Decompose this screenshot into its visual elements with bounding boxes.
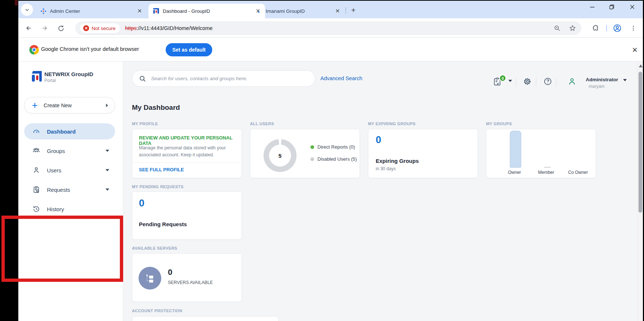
profile-icon bbox=[613, 24, 622, 33]
zoom-icon[interactable] bbox=[553, 25, 561, 32]
tab-close-icon[interactable]: ✕ bbox=[136, 8, 143, 14]
caret-right-icon bbox=[106, 104, 108, 107]
default-browser-infobar: Google Chrome isn't your default browser… bbox=[18, 38, 643, 61]
bar-category-member: Member bbox=[538, 170, 554, 175]
reload-button[interactable] bbox=[55, 22, 67, 34]
expiring-groups-subtitle: in 30 days bbox=[376, 166, 396, 171]
set-as-default-button[interactable]: Set as default bbox=[166, 43, 212, 56]
forward-button[interactable] bbox=[39, 22, 51, 34]
expiring-groups-title: Expiring Groups bbox=[376, 158, 419, 164]
sidebar-item-label: Requests bbox=[47, 187, 70, 193]
owner-bar bbox=[510, 131, 521, 168]
legend-direct-reports: Direct Reports (0) bbox=[310, 144, 355, 150]
annotation-red-rectangle bbox=[1, 216, 123, 282]
back-icon bbox=[25, 25, 32, 32]
pending-requests-count: 0 bbox=[139, 198, 144, 209]
legend-label: Direct Reports (0) bbox=[317, 144, 355, 150]
new-tab-button[interactable]: + bbox=[349, 6, 358, 15]
toolbar-divider bbox=[606, 25, 607, 31]
browser-toolbar: ✕ Not secure https://v11:4443/GID/Home/W… bbox=[18, 18, 643, 38]
window-maximize-button[interactable] bbox=[603, 1, 620, 13]
tab-search-button[interactable] bbox=[21, 4, 33, 16]
puzzle-icon bbox=[592, 25, 600, 32]
menu-button[interactable] bbox=[628, 22, 639, 34]
donut-total: 5 bbox=[279, 153, 281, 159]
forward-icon bbox=[41, 25, 48, 32]
brand-name: NETWRIX GroupID bbox=[44, 71, 93, 77]
minimize-icon bbox=[590, 4, 595, 10]
user-caret-icon[interactable] bbox=[623, 79, 627, 81]
notifications-caret-icon[interactable] bbox=[508, 80, 512, 82]
all-users-donut-chart: 5 bbox=[264, 139, 297, 172]
brand-subtitle: Portal bbox=[44, 78, 56, 83]
user-name: maryam bbox=[589, 84, 604, 89]
tab-title: Admin Center bbox=[50, 8, 80, 14]
tab-admin-center[interactable]: Admin Center ✕ bbox=[36, 4, 147, 18]
url-scheme: https bbox=[125, 25, 136, 31]
tab-divider bbox=[346, 7, 346, 14]
sidebar-item-history[interactable]: History bbox=[24, 201, 115, 217]
server-tree-icon bbox=[144, 273, 155, 284]
history-icon bbox=[32, 205, 40, 213]
my-profile-card: REVIEW AND UPDATE YOUR PERSONAL DATA Man… bbox=[132, 129, 242, 178]
window-minimize-button[interactable] bbox=[584, 1, 601, 13]
sidebar-item-requests[interactable]: Requests bbox=[24, 182, 115, 198]
member-zero-bar bbox=[544, 167, 551, 168]
notifications-badge: 0 bbox=[499, 75, 506, 82]
profile-button[interactable] bbox=[611, 22, 623, 34]
search-input[interactable] bbox=[151, 76, 308, 81]
section-label-available-servers: AVAILABLE SERVERS bbox=[132, 246, 177, 250]
back-button[interactable] bbox=[23, 22, 34, 34]
user-role[interactable]: Administrator bbox=[586, 77, 618, 82]
header-divider bbox=[536, 78, 536, 86]
search-icon bbox=[139, 75, 146, 82]
sidebar-item-dashboard[interactable]: Dashboard bbox=[24, 123, 115, 139]
dashboard-gauge-icon bbox=[32, 127, 40, 135]
imanami-favicon-icon bbox=[257, 8, 262, 14]
settings-button[interactable] bbox=[523, 77, 532, 87]
section-label-all-users: ALL USERS bbox=[250, 122, 274, 126]
sidebar-item-label: History bbox=[47, 206, 64, 212]
all-users-card: 5 Direct Reports (0) Disabled Users (5) bbox=[250, 129, 360, 178]
advanced-search-link[interactable]: Advanced Search bbox=[320, 75, 362, 81]
help-button[interactable] bbox=[543, 77, 552, 87]
see-full-profile-link[interactable]: SEE FULL PROFILE bbox=[139, 167, 184, 172]
reload-icon bbox=[58, 25, 65, 32]
legend-dot-green bbox=[310, 145, 314, 149]
sidebar-item-groups[interactable]: Groups bbox=[24, 143, 115, 159]
extensions-button[interactable] bbox=[590, 22, 602, 34]
scrollbar-up-arrow[interactable] bbox=[639, 64, 643, 67]
tab-imanami-groupid[interactable]: Imanami GroupID ✕ bbox=[253, 4, 345, 18]
not-secure-label: Not secure bbox=[92, 26, 115, 31]
user-menu-button[interactable] bbox=[567, 77, 577, 87]
url-text[interactable]: https://v11:4443/GID/Home/Welcome bbox=[125, 25, 213, 31]
window-close-button[interactable] bbox=[624, 1, 641, 13]
scrollbar-thumb[interactable] bbox=[639, 72, 642, 213]
not-secure-chip[interactable]: ✕ Not secure bbox=[80, 23, 120, 33]
header-divider bbox=[516, 78, 516, 86]
screen: Admin Center ✕ Dashboard - GroupID ✕ Ima… bbox=[0, 0, 644, 321]
profile-card-body: Manage the personal data stored with you… bbox=[139, 145, 231, 159]
caret-down-icon bbox=[106, 150, 109, 152]
tab-close-icon[interactable]: ✕ bbox=[334, 8, 341, 14]
sidebar-item-label: Users bbox=[47, 167, 61, 173]
create-new-button[interactable]: Create New bbox=[24, 97, 115, 113]
create-new-label: Create New bbox=[44, 102, 72, 108]
infobar-close-icon[interactable]: ✕ bbox=[630, 45, 640, 55]
search-bar[interactable] bbox=[132, 70, 315, 87]
section-label-my-profile: MY PROFILE bbox=[132, 122, 158, 126]
plus-icon bbox=[31, 102, 38, 109]
groupid-portal: NETWRIX GroupID Portal Create New Dashbo… bbox=[18, 61, 643, 321]
tab-dashboard-groupid[interactable]: Dashboard - GroupID ✕ bbox=[148, 4, 265, 18]
groups-icon bbox=[32, 147, 40, 155]
bar-category-co-owner: Co Owner bbox=[568, 170, 588, 175]
address-bar[interactable]: ✕ Not secure https://v11:4443/GID/Home/W… bbox=[75, 21, 581, 35]
my-groups-card: Owner Member Co Owner bbox=[486, 129, 596, 178]
page-scrollbar[interactable] bbox=[637, 61, 643, 321]
main-content: Advanced Search 0 Administrato bbox=[123, 61, 637, 321]
servers-count: 0 bbox=[168, 268, 172, 277]
sidebar-item-users[interactable]: Users bbox=[24, 162, 115, 178]
bookmark-star-icon[interactable] bbox=[569, 25, 576, 32]
pending-requests-card: 0 Pending Requests bbox=[132, 191, 242, 240]
tab-strip: Admin Center ✕ Dashboard - GroupID ✕ Ima… bbox=[18, 1, 643, 18]
